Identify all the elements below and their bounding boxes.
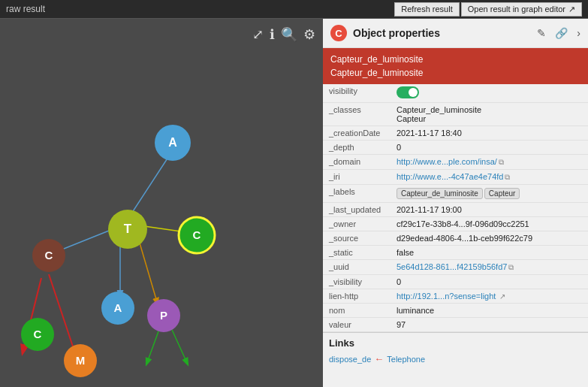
prop-value: 97 xyxy=(390,318,588,332)
prop-value: Capteur_de_luminositeCapteur xyxy=(390,185,588,203)
prop-key: _depth xyxy=(323,141,390,155)
prop-row: _uuid5e64d128-861...f42159b56fd7⧉ xyxy=(323,260,588,275)
top-bar: raw result Refresh result Open result in… xyxy=(0,0,588,19)
open-graph-button[interactable]: Open result in graph editor ↗ xyxy=(461,2,582,17)
prop-row: _domainhttp://www.e...ple.com/insa/⧉ xyxy=(323,155,588,170)
links-title: Links xyxy=(329,337,354,349)
props-header: C Object properties ✎ 🔗 › xyxy=(323,19,588,48)
gear-icon[interactable]: ⚙ xyxy=(303,26,315,43)
prop-key: _uuid xyxy=(323,260,390,275)
prop-key: _domain xyxy=(323,155,390,170)
top-bar-actions: Refresh result Open result in graph edit… xyxy=(394,2,582,17)
label-badge: Capteur xyxy=(484,188,520,199)
svg-text:P: P xyxy=(160,309,167,322)
copy-icon[interactable]: ⧉ xyxy=(499,158,504,166)
prop-link[interactable]: http://www.e...-4c47ae4e74fd xyxy=(397,172,503,181)
prop-value: Capteur_de_luminositeCapteur xyxy=(390,103,588,126)
external-link-icon: ↗ xyxy=(568,5,575,14)
prop-row: lien-httphttp://192.1...n?sense=light ↗ xyxy=(323,289,588,304)
link-icon[interactable]: 🔗 xyxy=(555,27,568,39)
prop-key: _iri xyxy=(323,170,390,185)
link-direction-arrow: ← xyxy=(374,353,384,364)
prop-key: visibility xyxy=(323,84,390,103)
prop-value: http://192.1...n?sense=light ↗ xyxy=(390,289,588,304)
chevron-right-icon[interactable]: › xyxy=(577,27,580,39)
refresh-button[interactable]: Refresh result xyxy=(394,2,459,17)
open-graph-label: Open result in graph editor xyxy=(468,5,565,14)
svg-text:T: T xyxy=(124,222,132,236)
main-area: ⤢ ℹ 🔍 ⚙ xyxy=(0,19,588,387)
svg-text:C: C xyxy=(34,328,42,340)
prop-row: _last_updated2021-11-17 19:00 xyxy=(323,203,588,217)
copy-icon[interactable]: ⧉ xyxy=(505,173,510,181)
info-icon[interactable]: ℹ xyxy=(270,26,275,43)
svg-text:A: A xyxy=(168,136,177,149)
prop-value: cf29c17e-33b8-4...9f-096d09cc2251 xyxy=(390,217,588,231)
object-type-icon: C xyxy=(330,25,347,41)
prop-value: false xyxy=(390,246,588,260)
prop-value xyxy=(390,84,588,103)
prop-key: _static xyxy=(323,246,390,260)
copy-icon[interactable]: ⧉ xyxy=(508,263,514,271)
search-icon[interactable]: 🔍 xyxy=(281,26,297,43)
link-item[interactable]: dispose_de←Telephone xyxy=(329,353,582,364)
prop-row: _classesCapteur_de_luminositeCapteur xyxy=(323,103,588,126)
props-table: visibility_classesCapteur_de_luminositeC… xyxy=(323,84,588,332)
prop-key: _last_updated xyxy=(323,203,390,217)
prop-row: _sourced29edead-4806-4...1b-ceb99f622c79 xyxy=(323,231,588,246)
prop-value: 5e64d128-861...f42159b56fd7⧉ xyxy=(390,260,588,275)
prop-row: _labelsCapteur_de_luminositeCapteur xyxy=(323,185,588,203)
prop-key: nom xyxy=(323,304,390,318)
prop-value: http://www.e...ple.com/insa/⧉ xyxy=(390,155,588,170)
edit-icon[interactable]: ✎ xyxy=(537,27,546,39)
link-name: dispose_de xyxy=(329,355,371,364)
prop-link[interactable]: http://192.1...n?sense=light xyxy=(397,292,496,301)
page-title: raw result xyxy=(6,4,45,14)
prop-value: 0 xyxy=(390,141,588,155)
props-title: Object properties xyxy=(353,27,528,39)
graph-canvas[interactable]: A T C C A C P M xyxy=(0,19,323,387)
prop-row: _staticfalse xyxy=(323,246,588,260)
object-name-block: Capteur_de_luminosite Capteur_de_luminos… xyxy=(323,48,588,84)
prop-row: visibility xyxy=(323,84,588,103)
prop-key: lien-http xyxy=(323,289,390,304)
prop-key: _owner xyxy=(323,217,390,231)
prop-row: nomluminance xyxy=(323,304,588,318)
prop-row: _visibility0 xyxy=(323,275,588,289)
graph-panel[interactable]: ⤢ ℹ 🔍 ⚙ xyxy=(0,19,323,387)
prop-key: _source xyxy=(323,231,390,246)
props-scroll-area[interactable]: visibility_classesCapteur_de_luminositeC… xyxy=(323,84,588,387)
prop-row: _ownercf29c17e-33b8-4...9f-096d09cc2251 xyxy=(323,217,588,231)
prop-row: _creationDate2021-11-17 18:40 xyxy=(323,126,588,141)
object-name-line2: Capteur_de_luminosite xyxy=(330,66,580,80)
prop-key: valeur xyxy=(323,318,390,332)
visibility-toggle[interactable] xyxy=(397,86,419,98)
prop-row: valeur97 xyxy=(323,318,588,332)
prop-value: luminance xyxy=(390,304,588,318)
prop-key: _creationDate xyxy=(323,126,390,141)
prop-key: _classes xyxy=(323,103,390,126)
prop-row: _irihttp://www.e...-4c47ae4e74fd⧉ xyxy=(323,170,588,185)
properties-panel: C Object properties ✎ 🔗 › Capteur_de_lum… xyxy=(323,19,588,387)
prop-value: http://www.e...-4c47ae4e74fd⧉ xyxy=(390,170,588,185)
svg-text:C: C xyxy=(193,228,201,241)
links-list: dispose_de←Telephone xyxy=(323,350,588,369)
graph-toolbar: ⤢ ℹ 🔍 ⚙ xyxy=(252,26,315,43)
svg-text:C: C xyxy=(45,249,53,262)
svg-text:A: A xyxy=(114,301,122,314)
object-name-line1: Capteur_de_luminosite xyxy=(330,53,580,66)
label-badge: Capteur_de_luminosite xyxy=(397,188,483,199)
prop-key: _visibility xyxy=(323,275,390,289)
link-target[interactable]: Telephone xyxy=(387,355,425,364)
prop-key: _labels xyxy=(323,185,390,203)
external-link-icon[interactable]: ↗ xyxy=(497,292,505,301)
prop-value: 2021-11-17 18:40 xyxy=(390,126,588,141)
svg-text:M: M xyxy=(76,354,86,367)
prop-value: 0 xyxy=(390,275,588,289)
expand-icon[interactable]: ⤢ xyxy=(252,26,264,43)
prop-link[interactable]: http://www.e...ple.com/insa/ xyxy=(397,157,497,166)
links-section-header: Links xyxy=(323,332,588,350)
prop-link[interactable]: 5e64d128-861...f42159b56fd7 xyxy=(397,262,507,271)
prop-value: d29edead-4806-4...1b-ceb99f622c79 xyxy=(390,231,588,246)
prop-row: _depth0 xyxy=(323,141,588,155)
